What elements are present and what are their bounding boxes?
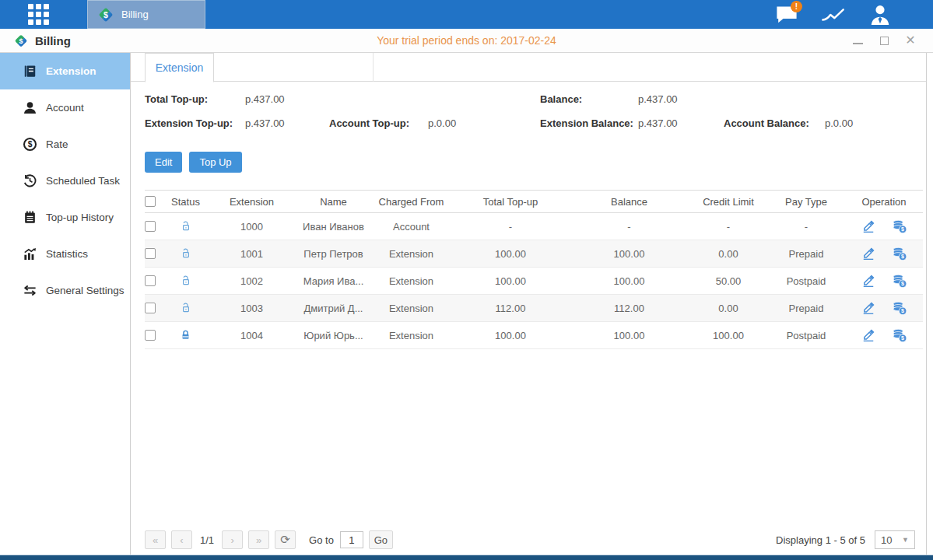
task-tab-label: Billing: [121, 9, 149, 20]
col-operation: Operation: [845, 191, 923, 212]
person-icon: [23, 100, 37, 115]
page-size-select[interactable]: 10 ▼: [875, 530, 915, 549]
svg-text:$: $: [103, 9, 108, 19]
sidebar: Extension Account $ Rate Scheduled Task …: [0, 53, 131, 555]
row-checkbox[interactable]: [145, 248, 156, 259]
charged-from-cell: Extension: [370, 322, 452, 348]
extension-cell: 1000: [207, 213, 296, 240]
transfer-arrows-icon: [23, 283, 37, 298]
last-page-button[interactable]: »: [248, 530, 269, 549]
billing-diamond-icon: $: [97, 6, 114, 23]
name-cell: Петр Петров: [296, 240, 370, 267]
pay-type-cell: -: [767, 213, 845, 240]
total-topup-cell: -: [452, 213, 569, 240]
total-topup-cell: 100.00: [452, 240, 569, 267]
topbar: $ Billing !: [0, 0, 933, 29]
col-extension: Extension: [207, 191, 296, 212]
pagination-bar: « ‹ 1/1 › » ⟳ Go to Go Displaying 1 - 5 …: [145, 530, 915, 549]
edit-button[interactable]: Edit: [145, 152, 182, 173]
edit-row-icon[interactable]: [861, 273, 876, 289]
user-icon[interactable]: [866, 4, 894, 26]
main-content: Extension Total Top-up: p.437.00 Balance…: [131, 53, 927, 555]
displaying-text: Displaying 1 - 5 of 5: [776, 534, 865, 546]
row-checkbox[interactable]: [145, 275, 156, 286]
action-buttons: Edit Top Up: [145, 152, 926, 173]
refresh-icon[interactable]: ⟳: [275, 530, 296, 549]
credit-limit-cell: 0.00: [689, 240, 767, 267]
sidebar-item-statistics[interactable]: Statistics: [0, 236, 130, 272]
notepad-icon: [23, 210, 37, 225]
history-clock-icon: [23, 173, 37, 188]
goto-page-input[interactable]: [340, 531, 363, 548]
svg-text:$: $: [901, 282, 904, 288]
extension-cell: 1004: [207, 322, 296, 348]
minimize-icon[interactable]: [852, 35, 863, 46]
table-row[interactable]: 1004Юрий Юрь...Extension100.00100.00100.…: [145, 322, 923, 349]
svg-text:$: $: [901, 254, 904, 261]
balance-label: Balance:: [540, 93, 582, 105]
unlocked-lock-icon: [179, 219, 192, 233]
total-topup-label: Total Top-up:: [145, 93, 208, 105]
edit-row-icon[interactable]: [861, 219, 876, 234]
go-button[interactable]: Go: [369, 530, 393, 549]
first-page-button[interactable]: «: [145, 530, 166, 549]
table-row[interactable]: 1001Петр ПетровExtension100.00100.000.00…: [145, 240, 923, 268]
window-title: Billing: [35, 34, 71, 47]
balance-value: p.437.00: [638, 93, 678, 105]
edit-row-icon[interactable]: [861, 327, 876, 343]
operation-cell: $: [845, 268, 923, 294]
account-topup-label: Account Top-up:: [329, 117, 409, 129]
balance-cell: -: [569, 213, 689, 240]
app-grid-icon[interactable]: [28, 4, 51, 26]
row-checkbox[interactable]: [145, 221, 156, 232]
svg-text:$: $: [901, 309, 904, 315]
edit-row-icon[interactable]: [861, 246, 876, 261]
name-cell: Иван Иванов: [296, 213, 370, 240]
sidebar-item-account[interactable]: Account: [0, 89, 130, 126]
sidebar-item-topup-history[interactable]: Top-up History: [0, 199, 130, 236]
topup-row-icon[interactable]: $: [892, 327, 907, 343]
dollar-circle-icon: $: [23, 137, 37, 152]
total-topup-cell: 112.00: [452, 295, 569, 321]
edit-row-icon[interactable]: [861, 300, 876, 316]
prev-page-button[interactable]: ‹: [171, 530, 192, 549]
topup-row-icon[interactable]: $: [892, 219, 907, 234]
svg-text:$: $: [901, 336, 904, 342]
tab-strip-spacer: [214, 53, 374, 82]
tab-extension[interactable]: Extension: [145, 53, 214, 82]
table-row[interactable]: 1002Мария Ива...Extension100.00100.0050.…: [145, 268, 923, 295]
page-size-value: 10: [881, 534, 892, 546]
topup-button[interactable]: Top Up: [189, 152, 241, 173]
extension-topup-value: p.437.00: [245, 117, 285, 129]
sidebar-item-general-settings[interactable]: General Settings: [0, 272, 130, 309]
extension-cell: 1002: [207, 268, 296, 294]
row-checkbox[interactable]: [145, 330, 156, 341]
topup-row-icon[interactable]: $: [892, 300, 907, 316]
window-controls: ✕: [852, 35, 921, 46]
close-icon[interactable]: ✕: [905, 35, 916, 46]
next-page-button[interactable]: ›: [222, 530, 243, 549]
monitor-chart-icon[interactable]: [819, 4, 847, 26]
extension-table: Status Extension Name Charged From Total…: [145, 190, 923, 349]
row-checkbox[interactable]: [145, 303, 156, 313]
window-body: Extension Account $ Rate Scheduled Task …: [0, 53, 933, 555]
sidebar-item-rate[interactable]: $ Rate: [0, 126, 130, 163]
select-all-checkbox[interactable]: [145, 196, 156, 207]
table-row[interactable]: 1000Иван ИвановAccount----$: [145, 213, 923, 240]
topup-row-icon[interactable]: $: [892, 246, 907, 261]
notifications-icon[interactable]: !: [773, 4, 801, 26]
total-topup-cell: 100.00: [452, 322, 569, 348]
taskbar-billing-tab[interactable]: $ Billing: [87, 0, 205, 29]
table-row[interactable]: 1003Дмитрий Д...Extension112.00112.000.0…: [145, 295, 923, 322]
maximize-icon[interactable]: [879, 35, 889, 46]
topup-row-icon[interactable]: $: [892, 273, 907, 289]
trial-notice: Your trial period ends on: 2017-02-24: [0, 34, 933, 47]
name-cell: Дмитрий Д...: [296, 295, 370, 321]
col-credit-limit: Credit Limit: [689, 191, 767, 212]
balance-cell: 100.00: [569, 240, 689, 267]
sidebar-item-extension[interactable]: Extension: [0, 53, 130, 89]
operation-cell: $: [845, 295, 923, 321]
credit-limit-cell: 0.00: [689, 295, 767, 321]
pay-type-cell: Prepaid: [767, 240, 845, 267]
sidebar-item-scheduled-task[interactable]: Scheduled Task: [0, 163, 130, 199]
